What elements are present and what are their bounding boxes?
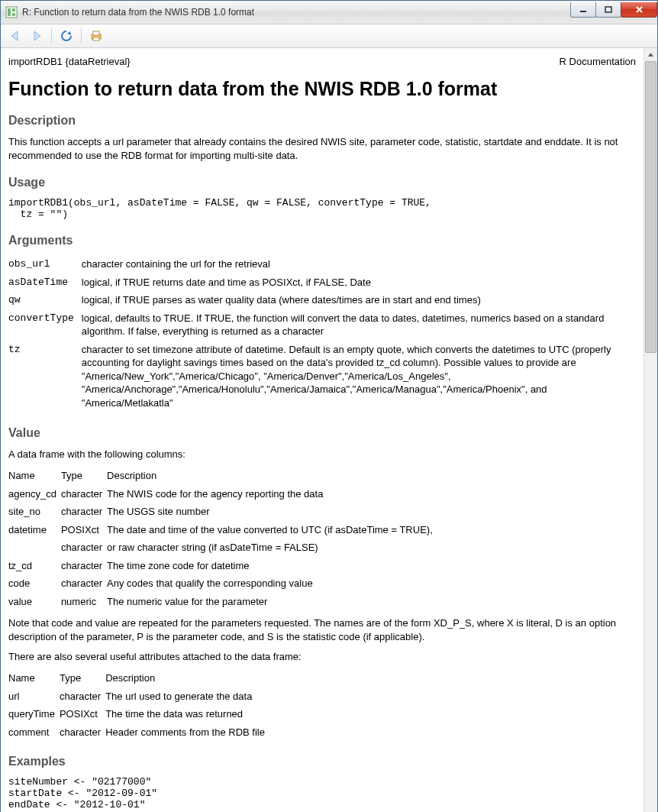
- col-type: Type: [61, 467, 107, 485]
- svg-rect-5: [605, 7, 611, 12]
- table-row: valuenumericThe numeric value for the pa…: [8, 593, 437, 611]
- doc-source: R Documentation: [560, 56, 636, 67]
- arg-desc: logical, if TRUE returns date and time a…: [82, 273, 636, 292]
- arguments-table: obs_urlcharacter containing the url for …: [8, 255, 636, 412]
- arg-name: qw: [8, 291, 82, 309]
- refresh-button[interactable]: [58, 27, 75, 44]
- table-row: tzcharacter to set timezone attribute of…: [8, 341, 636, 412]
- window-title: R: Function to return data from the NWIS…: [22, 7, 571, 18]
- table-row: commentcharacterHeader comments from the…: [8, 723, 269, 742]
- col-desc: Description: [107, 467, 437, 485]
- examples-code: siteNumber <- "02177000" startDate <- "2…: [8, 776, 636, 810]
- table-row: asDateTimelogical, if TRUE returns date …: [8, 273, 636, 292]
- content: importRDB1 {dataRetrieval} R Documentati…: [1, 48, 643, 812]
- table-row: convertTypelogical, defaults to TRUE. If…: [8, 309, 636, 341]
- svg-rect-10: [93, 37, 99, 40]
- table-row: tz_cdcharacterThe time zone code for dat…: [8, 557, 437, 575]
- table-row: urlcharacterThe url used to generate the…: [8, 687, 269, 706]
- description-text: This function accepts a url parameter th…: [8, 135, 636, 162]
- toolbar-separator: [81, 28, 82, 44]
- arg-desc: character containing the url for the ret…: [82, 255, 636, 273]
- minimize-button[interactable]: [570, 2, 596, 18]
- examples-heading: Examples: [8, 755, 636, 768]
- col-type: Type: [60, 669, 105, 687]
- arg-name: obs_url: [8, 255, 82, 273]
- content-wrap: importRDB1 {dataRetrieval} R Documentati…: [1, 48, 657, 812]
- doc-topic: importRDB1 {dataRetrieval}: [8, 56, 131, 67]
- arg-name: asDateTime: [8, 273, 82, 292]
- arg-name: tz: [8, 341, 82, 412]
- value-table: Name Type Description agency_cdcharacter…: [8, 467, 437, 610]
- table-header-row: Name Type Description: [8, 467, 437, 485]
- col-name: Name: [8, 669, 60, 687]
- usage-code: importRDB1(obs_url, asDateTime = FALSE, …: [8, 197, 636, 220]
- window-buttons: [571, 2, 657, 18]
- arg-desc: logical, defaults to TRUE. If TRUE, the …: [82, 309, 636, 341]
- maximize-button[interactable]: [595, 2, 621, 18]
- svg-rect-9: [93, 31, 99, 35]
- forward-button[interactable]: [28, 27, 45, 44]
- col-name: Name: [8, 467, 61, 485]
- close-button[interactable]: [621, 2, 657, 18]
- table-row: codecharacterAny codes that qualify the …: [8, 574, 437, 593]
- titlebar[interactable]: R: Function to return data from the NWIS…: [1, 1, 657, 24]
- table-row: agency_cdcharacterThe NWIS code for the …: [8, 485, 437, 503]
- app-icon: [5, 6, 18, 18]
- page-title: Function to return data from the NWIS RD…: [8, 78, 636, 100]
- table-row: characteror raw character string (if asD…: [8, 539, 437, 557]
- toolbar: [1, 24, 657, 48]
- table-row: site_nocharacterThe USGS site number: [8, 503, 437, 521]
- scroll-thumb[interactable]: [645, 61, 656, 353]
- toolbar-separator: [51, 28, 52, 44]
- back-button[interactable]: [7, 27, 24, 44]
- svg-rect-2: [12, 8, 15, 11]
- arguments-heading: Arguments: [8, 234, 636, 247]
- usage-heading: Usage: [8, 176, 636, 189]
- print-button[interactable]: [88, 27, 105, 44]
- col-desc: Description: [105, 669, 269, 687]
- arg-name: convertType: [8, 309, 82, 341]
- svg-rect-1: [8, 8, 11, 16]
- attributes-table: Name Type Description urlcharacterThe ur…: [8, 669, 269, 741]
- table-header-row: Name Type Description: [8, 669, 269, 687]
- vertical-scrollbar[interactable]: [643, 48, 657, 812]
- arg-desc: character to set timezone attribute of d…: [82, 341, 636, 412]
- table-row: queryTimePOSIXctThe time the data was re…: [8, 705, 269, 723]
- doc-header: importRDB1 {dataRetrieval} R Documentati…: [8, 56, 636, 67]
- window: R: Function to return data from the NWIS…: [0, 0, 658, 812]
- description-heading: Description: [8, 114, 636, 128]
- table-row: qwlogical, if TRUE parses as water quali…: [8, 291, 636, 309]
- table-row: datetimePOSIXctThe date and time of the …: [8, 521, 437, 539]
- table-row: obs_urlcharacter containing the url for …: [8, 255, 636, 273]
- svg-rect-3: [12, 13, 15, 16]
- value-note1: Note that code and value are repeated fo…: [8, 616, 636, 643]
- value-note2: There are also several useful attributes…: [8, 650, 636, 664]
- arg-desc: logical, if TRUE parses as water quality…: [82, 291, 636, 309]
- value-intro: A data frame with the following columns:: [8, 448, 636, 461]
- value-heading: Value: [8, 426, 636, 440]
- scroll-up-button[interactable]: [644, 48, 657, 61]
